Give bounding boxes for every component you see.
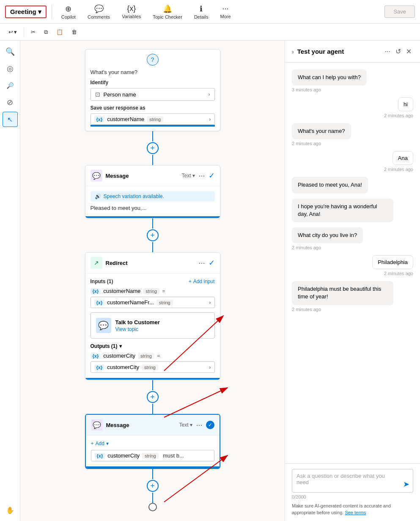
input-from-var: customerNameFr... <box>107 299 154 306</box>
identify-field[interactable]: ⊡ Person name › <box>91 88 215 101</box>
city-var-brace: {x} <box>97 453 103 458</box>
message-more-1[interactable]: ··· <box>198 172 205 179</box>
msg-time-3: 2 minutes ago <box>292 141 321 146</box>
msg-time-5: 2 minutes ago <box>292 245 321 250</box>
main-toolbar: Greeting ▾ ⊕ Copilot 💬 Comments {x} Vari… <box>0 0 420 24</box>
identify-value: Person name <box>104 91 205 98</box>
see-terms-link[interactable]: See terms <box>345 510 366 515</box>
connector-line-3 <box>152 218 153 229</box>
more-button[interactable]: ··· More <box>216 3 235 21</box>
bot-msg-6: Philadelphia must be beautiful this time… <box>292 281 393 305</box>
bot-msg-3: Pleased to meet you, Ana! <box>292 177 368 193</box>
zoom-out-icon[interactable]: 🔍 <box>3 78 18 93</box>
copy-button[interactable]: ⧉ <box>41 27 51 37</box>
output-to-row[interactable]: {x} customerCity string › <box>91 361 215 373</box>
bot-msg-1: What can I help you with? <box>292 69 367 85</box>
message-type-label-2: Text <box>179 422 188 428</box>
save-button[interactable]: Save <box>384 6 415 18</box>
inputs-header: Inputs (1) + Add input <box>91 278 215 284</box>
message-icon-1: 💬 <box>91 170 102 182</box>
input-type: string <box>143 288 159 294</box>
add-node-3[interactable]: + <box>147 391 159 403</box>
variables-icon: {x} <box>127 4 136 13</box>
paste-icon: 📋 <box>56 29 63 35</box>
delete-button[interactable]: 🗑 <box>68 27 80 37</box>
chat-input-wrapper: Ask a question or describe what you need… <box>292 469 413 499</box>
add-node-2[interactable]: + <box>147 229 159 241</box>
input-from-chevron: › <box>209 299 211 306</box>
message-type-badge-1[interactable]: Text ▾ <box>181 173 195 179</box>
add-chevron: ▾ <box>106 441 109 447</box>
zoom-in-icon[interactable]: 🔍 <box>3 44 18 59</box>
redirect-card-header: ↗ Redirect ··· ✓ <box>85 253 220 273</box>
chat-send-button[interactable]: ➤ <box>403 480 409 489</box>
right-panel: › Test your agent ··· ↺ ✕ What can I hel… <box>285 41 420 521</box>
panel-refresh-button[interactable]: ↺ <box>394 46 403 57</box>
input-var-row: {x} customerName string = <box>91 288 215 294</box>
redirect-check: ✓ <box>209 258 215 267</box>
output-var-row: {x} customerCity string = <box>91 353 215 359</box>
add-dropdown-button[interactable]: + Add ▾ <box>91 441 214 447</box>
input-from-badge: {x} <box>94 300 105 306</box>
message-title-2: Message <box>106 422 176 428</box>
plus-icon-2: + <box>91 441 94 447</box>
msg-time-4: 2 minutes ago <box>384 167 413 172</box>
variables-button[interactable]: {x} Variables <box>118 3 145 21</box>
target-icon[interactable]: ◎ <box>3 61 18 76</box>
msg-group-5: Pleased to meet you, Ana! <box>292 177 413 193</box>
user-msg-2: Ana <box>393 151 413 165</box>
partial-card-icon: ? <box>147 54 159 66</box>
bot-msg-2: What's your name? <box>292 123 351 139</box>
ban-icon[interactable]: ⊘ <box>3 95 18 110</box>
end-node <box>148 503 157 511</box>
panel-title: Test your agent <box>297 48 380 55</box>
comments-button[interactable]: 💬 Comments <box>83 3 114 21</box>
user-msg-3: Philadelphia <box>372 255 413 269</box>
add-node-1[interactable]: + <box>147 142 159 154</box>
copilot-button[interactable]: ⊕ Copilot <box>57 3 80 21</box>
hand-icon[interactable]: ✋ <box>3 502 18 518</box>
message-type-chevron-1: ▾ <box>192 173 195 179</box>
message-more-2[interactable]: ··· <box>196 421 202 429</box>
input-var-brace: {x} <box>93 289 99 294</box>
panel-more-button[interactable]: ··· <box>383 46 392 57</box>
message-check-1: ✓ <box>209 171 215 180</box>
copilot-icon: ⊕ <box>65 4 71 14</box>
topic-icon: 💬 <box>96 318 111 333</box>
redirect-more[interactable]: ··· <box>199 259 205 267</box>
expand-icon[interactable]: › <box>292 48 294 55</box>
cut-button[interactable]: ✂ <box>27 27 39 37</box>
user-msg-1: hi <box>398 97 413 111</box>
toolbar-divider-1 <box>52 4 52 19</box>
plus-icon: + <box>189 278 192 284</box>
message-card-1-header: 💬 Message Text ▾ ··· ✓ <box>85 165 220 186</box>
view-topic-link[interactable]: View topic <box>115 326 160 332</box>
message-card-1: 💬 Message Text ▾ ··· ✓ 🔊 Speech variatio… <box>85 165 220 218</box>
add-node-4[interactable]: + <box>147 480 159 492</box>
main-layout: 🔍 ◎ 🔍 ⊘ ↖ ✋ ? What's your name? Identify… <box>0 41 420 521</box>
paste-button[interactable]: 📋 <box>53 27 66 37</box>
undo-chevron: ▾ <box>14 29 17 35</box>
input-from-row[interactable]: {x} customerNameFr... string › <box>91 297 215 308</box>
message-type-badge-2[interactable]: Text ▾ <box>179 422 192 428</box>
panel-close-button[interactable]: ✕ <box>404 46 413 57</box>
customer-city-row[interactable]: {x} customerCity string must b... <box>91 450 214 461</box>
outputs-header[interactable]: Outputs (1) ▾ <box>91 343 215 349</box>
city-var-text: must b... <box>163 452 184 459</box>
canvas[interactable]: ? What's your name? Identify ⊡ Person na… <box>20 41 285 521</box>
left-sidebar: 🔍 ◎ 🔍 ⊘ ↖ ✋ <box>0 41 20 521</box>
save-var-row[interactable]: {x} customerName string › <box>91 113 215 125</box>
connector-line-1 <box>152 131 153 141</box>
topic-checker-button[interactable]: 🔔 Topic Checker <box>148 3 187 21</box>
chat-input-box: Ask a question or describe what you need… <box>292 469 413 493</box>
undo-button[interactable]: ↩ ▾ <box>5 27 20 37</box>
city-var-name: customerCity <box>107 452 140 459</box>
topic-checker-icon: 🔔 <box>163 4 172 14</box>
greeting-button[interactable]: Greeting ▾ <box>5 6 47 18</box>
output-type: string <box>138 353 154 359</box>
cut-icon: ✂ <box>31 29 36 35</box>
add-input-button[interactable]: + Add input <box>189 278 215 284</box>
add-label: Add <box>96 441 104 447</box>
details-button[interactable]: ℹ Details <box>190 3 213 21</box>
cursor-icon[interactable]: ↖ <box>3 112 18 127</box>
